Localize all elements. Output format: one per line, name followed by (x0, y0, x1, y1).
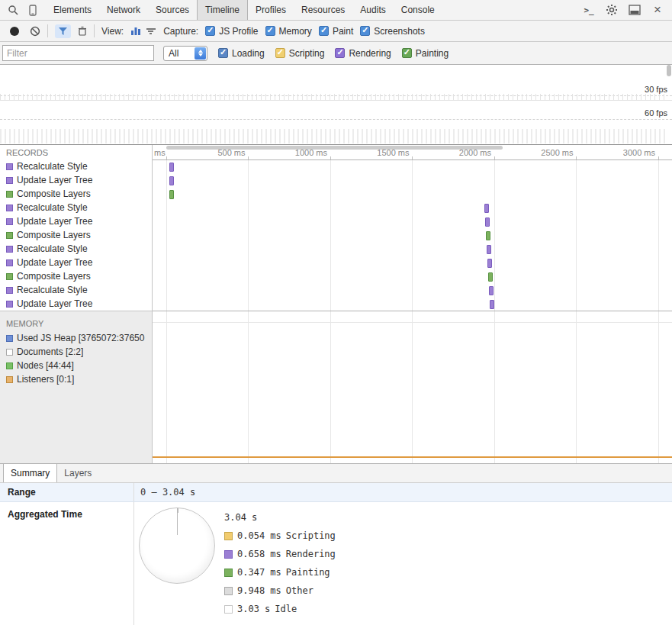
tab-elements[interactable]: Elements (46, 0, 99, 20)
record-category-swatch (6, 205, 13, 211)
aggregated-time-value: 3.04 s 0.054 ms Scripting 0.658 ms Rende… (134, 502, 672, 625)
memory-legend-label: Listeners [0:1] (17, 374, 74, 385)
legend-value: 0.658 ms (237, 549, 281, 559)
record-label: Recalculate Style (17, 161, 88, 172)
aggregated-total: 3.04 s (224, 508, 336, 527)
record-category-swatch (6, 246, 13, 253)
record-label: Recalculate Style (17, 202, 88, 213)
record-button[interactable] (10, 27, 19, 36)
record-row[interactable]: Recalculate Style (0, 242, 152, 256)
record-row[interactable]: Recalculate Style (0, 201, 152, 214)
legend-item-idle: 3.03 s Idle (224, 600, 336, 618)
category-painting-checkbox[interactable]: Painting (402, 48, 449, 59)
record-label: Update Layer Tree (17, 175, 92, 185)
time-label: 500 ms (217, 148, 245, 157)
timeline-event-bar[interactable] (489, 286, 494, 295)
tab-timeline[interactable]: Timeline (197, 0, 248, 20)
clear-button[interactable] (30, 26, 40, 37)
memory-legend-item[interactable]: Used JS Heap [3765072:37650 (0, 331, 152, 345)
memory-legend-item[interactable]: Nodes [44:44] (0, 359, 152, 372)
category-filter-select[interactable]: All (163, 46, 207, 61)
funnel-icon (58, 27, 68, 36)
checkbox-label: Screenshots (374, 26, 425, 37)
memory-legend-label: Used JS Heap [3765072:37650 (17, 333, 144, 343)
overview-pane[interactable]: 30 fps 60 fps (0, 65, 672, 145)
record-row[interactable]: Update Layer Tree (0, 256, 152, 269)
time-label: 2000 ms (459, 148, 491, 157)
console-drawer-icon[interactable]: >_ (579, 0, 599, 20)
inspect-element-icon[interactable] (3, 0, 23, 20)
checkbox-label: Painting (416, 48, 449, 59)
timeline-event-bar[interactable] (169, 176, 174, 185)
garbage-collect-button[interactable] (78, 26, 87, 36)
record-row[interactable]: Update Layer Tree (0, 297, 152, 311)
device-mode-icon[interactable] (23, 0, 43, 20)
legend-swatch (224, 550, 233, 559)
settings-gear-icon[interactable] (602, 0, 622, 20)
tab-profiles[interactable]: Profiles (248, 0, 294, 20)
dock-side-icon[interactable] (625, 0, 645, 20)
capture-paint-checkbox[interactable]: Paint (319, 26, 353, 37)
category-rendering-checkbox[interactable]: Rendering (335, 48, 391, 59)
flame-chart-view-icon[interactable] (146, 27, 156, 36)
cpu-activity-band (0, 94, 666, 100)
filter-bar: All Loading Scripting Rendering Painting (0, 42, 672, 65)
record-row[interactable]: Update Layer Tree (0, 214, 152, 228)
tab-network[interactable]: Network (99, 0, 148, 20)
timeline-ruler[interactable]: ms500 ms1000 ms1500 ms2000 ms2500 ms3000… (153, 145, 672, 160)
timeline-event-bar[interactable] (490, 300, 494, 309)
tab-layers[interactable]: Layers (57, 464, 98, 482)
timeline-event-bar[interactable] (169, 190, 174, 199)
filter-toggle-button[interactable] (55, 24, 71, 38)
record-row[interactable]: Update Layer Tree (0, 173, 152, 187)
record-row[interactable]: Composite Layers (0, 187, 152, 201)
timeline-event-bar[interactable] (487, 259, 492, 268)
ruler-scroll-thumb[interactable] (166, 146, 503, 150)
record-row[interactable]: Recalculate Style (0, 159, 152, 173)
timeline-events-area[interactable] (153, 160, 672, 311)
checkbox-icon (335, 48, 345, 58)
record-category-swatch (6, 287, 13, 294)
category-scripting-checkbox[interactable]: Scripting (275, 48, 325, 59)
record-row[interactable]: Composite Layers (0, 228, 152, 242)
memory-legend-item[interactable]: Listeners [0:1] (0, 372, 152, 386)
memory-graph[interactable] (153, 311, 672, 463)
timeline-event-bar[interactable] (169, 163, 174, 172)
tabbar-right-icons: >_ × (579, 0, 669, 20)
legend-label: Rendering (286, 549, 336, 559)
timeline-event-bar[interactable] (488, 272, 493, 282)
tab-sources[interactable]: Sources (148, 0, 197, 20)
close-icon[interactable]: × (648, 0, 667, 20)
category-loading-checkbox[interactable]: Loading (218, 48, 265, 59)
record-row[interactable]: Recalculate Style (0, 283, 152, 297)
capture-js-profile-checkbox[interactable]: JS Profile (205, 26, 258, 37)
timeline-event-bar[interactable] (485, 217, 490, 227)
bars-view-icon[interactable] (130, 27, 141, 36)
memory-legend-item[interactable]: Documents [2:2] (0, 345, 152, 359)
capture-screenshots-checkbox[interactable]: Screenshots (360, 26, 425, 37)
record-label: Recalculate Style (17, 243, 88, 254)
tab-resources[interactable]: Resources (294, 0, 352, 20)
filter-input[interactable] (2, 45, 154, 61)
checkbox-icon (402, 48, 412, 58)
tab-summary[interactable]: Summary (3, 464, 57, 482)
legend-label: Painting (286, 567, 330, 578)
memory-legend-swatch (6, 362, 13, 369)
legend-value: 9.948 ms (237, 585, 281, 596)
frames-activity-band (0, 129, 666, 143)
capture-memory-checkbox[interactable]: Memory (265, 26, 312, 37)
timeline-event-bar[interactable] (487, 245, 491, 254)
timeline-event-bar[interactable] (486, 231, 490, 240)
memory-legend-label: Documents [2:2] (17, 346, 83, 357)
record-row[interactable]: Composite Layers (0, 269, 152, 283)
timeline-event-bar[interactable] (484, 204, 489, 213)
overview-scrollbar-thumb[interactable] (667, 65, 671, 76)
tab-console[interactable]: Console (394, 0, 442, 20)
memory-header: MEMORY (0, 316, 152, 331)
record-label: Composite Layers (17, 230, 91, 240)
category-filter-value: All (169, 48, 178, 59)
legend-item-painting: 0.347 ms Painting (224, 563, 336, 582)
record-category-swatch (6, 218, 13, 225)
time-label: 2500 ms (541, 148, 573, 157)
tab-audits[interactable]: Audits (352, 0, 393, 20)
